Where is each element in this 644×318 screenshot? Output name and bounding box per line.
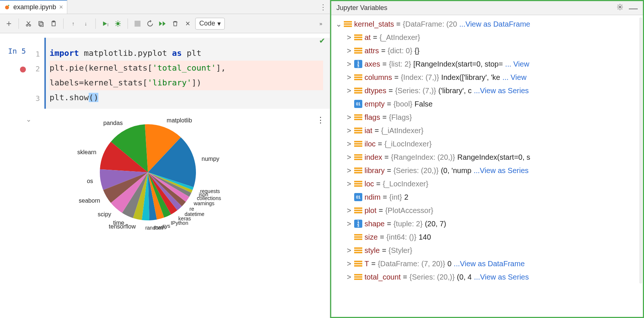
notebook-pane: example.ipynb × ⋮ ↑ ↓ I × Code ▾ » ✔ <box>0 0 330 318</box>
svg-rect-9 <box>135 21 140 27</box>
chevron-right-icon[interactable]: > <box>346 57 352 71</box>
var-item[interactable]: >loc = {_LocIndexer} <box>336 177 638 190</box>
notebook-toolbar: ↑ ↓ I × Code ▾ » <box>0 14 330 33</box>
editor-area: ✔ In 5 1 2 3 import matplotlib.pyplot as… <box>0 33 330 318</box>
primitive-icon: 01 <box>354 100 362 108</box>
tab-title: example.ipynb <box>13 3 56 11</box>
view-link[interactable]: ...View as DataFrame <box>454 257 525 270</box>
breakpoint-marker[interactable] <box>20 67 26 72</box>
cell-type-select[interactable]: Code ▾ <box>195 18 225 30</box>
var-item[interactable]: >dtypes = {Series: (7,)} ('library', c..… <box>336 84 638 97</box>
restart-button[interactable] <box>145 18 155 29</box>
tab-example[interactable]: example.ipynb × <box>0 0 67 14</box>
gear-icon[interactable] <box>616 3 624 13</box>
object-icon <box>354 153 362 161</box>
var-item[interactable]: >attrs = {dict: 0} {} <box>336 44 638 57</box>
chevron-down-icon[interactable]: ⌄ <box>336 17 342 31</box>
pie-label: matplotlib <box>167 117 192 124</box>
svg-point-10 <box>619 6 621 8</box>
var-item[interactable]: >123shape = {tuple: 2} (20, 7) <box>336 217 638 230</box>
delete-cell-button[interactable] <box>170 18 180 29</box>
cell-type-label: Code <box>199 20 215 27</box>
pie-label: requests <box>200 188 220 194</box>
variables-panel: Jupyter Variables — ⌄ kernel_stats = {Da… <box>330 0 644 318</box>
view-link[interactable]: ...View as Series <box>474 270 529 284</box>
run-cell-button[interactable]: I <box>100 18 111 29</box>
list-icon: 123 <box>354 220 362 228</box>
toolbar-more-icon[interactable]: » <box>316 18 326 29</box>
chevron-right-icon[interactable]: > <box>346 71 352 84</box>
object-icon <box>354 73 362 81</box>
cell-prompt: In 5 <box>8 47 26 55</box>
chevron-right-icon[interactable]: > <box>346 177 352 190</box>
var-item[interactable]: >T = {DataFrame: (7, 20)} 0 ...View as D… <box>336 257 638 270</box>
view-link[interactable]: ...View as Series <box>474 164 529 177</box>
output-collapse-icon[interactable]: ⌄ <box>26 115 31 124</box>
var-item[interactable]: >iat = {_iAtIndexer} <box>336 124 638 137</box>
code-cell[interactable]: ✔ In 5 1 2 3 import matplotlib.pyplot as… <box>0 33 330 109</box>
view-link[interactable]: ...View as Series <box>474 84 529 97</box>
var-item[interactable]: 01ndim = {int} 2 <box>336 190 638 204</box>
variables-panel-header: Jupyter Variables — <box>331 1 643 15</box>
var-item[interactable]: 01empty = {bool} False <box>336 97 638 111</box>
interrupt-button[interactable] <box>132 18 143 29</box>
dataframe-icon <box>344 20 352 28</box>
var-item[interactable]: >at = {_AtIndexer} <box>336 31 638 44</box>
var-item[interactable]: >total_count = {Series: (20,)} (0, 4...V… <box>336 270 638 284</box>
svg-rect-5 <box>40 23 43 27</box>
var-item[interactable]: >123axes = {list: 2} [RangeIndex(start=0… <box>336 57 638 71</box>
var-item[interactable]: >library = {Series: (20,)} (0, 'nump...V… <box>336 164 638 177</box>
chevron-right-icon[interactable]: > <box>346 164 352 177</box>
svg-rect-4 <box>39 21 42 26</box>
variables-tree[interactable]: ⌄ kernel_stats = {DataFrame: (20 ...View… <box>331 15 643 317</box>
chevron-right-icon[interactable]: > <box>346 124 352 137</box>
pie-label: re <box>190 206 194 212</box>
chevron-right-icon[interactable]: > <box>346 244 352 257</box>
tab-more-icon[interactable]: ⋮ <box>319 3 327 11</box>
chevron-right-icon[interactable]: > <box>346 270 352 284</box>
var-item[interactable]: >iloc = {_iLocIndexer} <box>336 137 638 150</box>
var-item[interactable]: >columns = {Index: (7,)} Index(['library… <box>336 71 638 84</box>
move-down-button[interactable]: ↓ <box>81 18 91 29</box>
move-up-button[interactable]: ↑ <box>68 18 78 29</box>
svg-point-0 <box>5 5 9 9</box>
pie-label: warnings <box>194 200 214 206</box>
var-item[interactable]: >flags = {Flags} <box>336 111 638 124</box>
view-link[interactable]: ... View <box>505 57 529 71</box>
var-item[interactable]: >plot = {PlotAccessor} <box>336 204 638 217</box>
svg-point-1 <box>8 5 9 6</box>
pie-label: sklearn <box>67 149 96 156</box>
cell-success-icon: ✔ <box>319 36 325 45</box>
run-all-button[interactable] <box>157 18 168 29</box>
close-icon[interactable]: × <box>59 3 63 11</box>
chevron-right-icon[interactable]: > <box>346 257 352 270</box>
chevron-right-icon[interactable]: > <box>346 111 352 124</box>
chevron-right-icon[interactable]: > <box>346 44 352 57</box>
cut-button[interactable] <box>23 18 34 29</box>
code-editor[interactable]: import matplotlib.pyplot as plt plt.pie(… <box>44 38 330 109</box>
view-as-dataframe-link[interactable]: ...View as DataFrame <box>459 17 530 31</box>
var-root[interactable]: ⌄ kernel_stats = {DataFrame: (20 ...View… <box>336 17 638 31</box>
var-item[interactable]: >style = {Styler} <box>336 244 638 257</box>
add-cell-button[interactable] <box>4 18 14 29</box>
pie-label: seaborn <box>71 197 100 204</box>
copy-button[interactable] <box>36 18 46 29</box>
chevron-right-icon[interactable]: > <box>346 137 352 150</box>
chevron-right-icon[interactable]: > <box>346 217 352 230</box>
var-item[interactable]: >index = {RangeIndex: (20,)} RangeIndex(… <box>336 150 638 164</box>
paste-button[interactable] <box>48 18 59 29</box>
chevron-right-icon[interactable]: > <box>346 204 352 217</box>
object-icon <box>354 260 362 268</box>
output-more-icon[interactable]: ⋮ <box>316 115 325 125</box>
chevron-right-icon[interactable]: > <box>346 84 352 97</box>
scrollbar[interactable] <box>639 17 642 284</box>
clear-output-button[interactable]: × <box>183 18 193 29</box>
chevron-right-icon[interactable]: > <box>346 150 352 164</box>
pie-label: pandas <box>93 120 123 126</box>
cell-gutter: In 5 <box>0 38 30 109</box>
chevron-right-icon[interactable]: > <box>346 31 352 44</box>
view-link[interactable]: ... View <box>502 71 526 84</box>
debug-cell-button[interactable] <box>113 18 123 29</box>
var-item[interactable]: size = {int64: ()} 140 <box>336 230 638 244</box>
minimize-icon[interactable]: — <box>629 3 638 13</box>
